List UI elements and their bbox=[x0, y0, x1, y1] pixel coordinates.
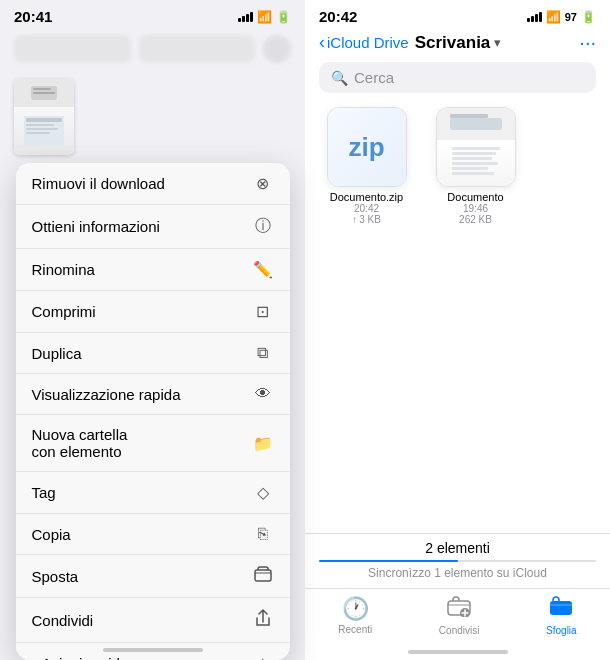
svg-rect-2 bbox=[33, 92, 55, 94]
menu-item-copy[interactable]: Copia ⎘ bbox=[16, 514, 290, 555]
menu-item-info[interactable]: Ottieni informazioni ⓘ bbox=[16, 205, 290, 249]
menu-item-remove-download[interactable]: Rimuovi il download ⊗ bbox=[16, 163, 290, 205]
menu-item-duplicate[interactable]: Duplica ⧉ bbox=[16, 333, 290, 374]
svg-rect-12 bbox=[452, 152, 496, 155]
duplicate-icon: ⧉ bbox=[252, 344, 274, 362]
blurred-tab-2 bbox=[139, 35, 256, 63]
recenti-icon: 🕐 bbox=[342, 596, 369, 622]
svg-rect-6 bbox=[26, 128, 58, 130]
blurred-tab-1 bbox=[14, 35, 131, 63]
menu-item-move-label: Sposta bbox=[32, 568, 79, 585]
svg-rect-1 bbox=[33, 88, 51, 90]
menu-item-share-label: Condividi bbox=[32, 612, 94, 629]
zip-upload-icon: ↑ bbox=[352, 214, 357, 225]
wifi-icon-left: 📶 bbox=[257, 10, 272, 24]
file-item-doc[interactable]: Documento 19:46 262 KB bbox=[428, 107, 523, 225]
menu-item-new-folder[interactable]: Nuova cartellacon elemento 📁 bbox=[16, 415, 290, 472]
doc-icon-header bbox=[437, 108, 515, 140]
signal-bar-r3 bbox=[535, 14, 538, 22]
doc-file-time: 19:46 bbox=[463, 203, 488, 214]
doc-file-size-value: 262 KB bbox=[459, 214, 492, 225]
menu-item-info-label: Ottieni informazioni bbox=[32, 218, 160, 235]
svg-rect-13 bbox=[452, 157, 492, 160]
remove-download-icon: ⊗ bbox=[252, 174, 274, 193]
signal-bar-r2 bbox=[531, 16, 534, 22]
signal-bar-2 bbox=[242, 16, 245, 22]
condivisi-label: Condivisi bbox=[439, 625, 480, 636]
menu-item-compress[interactable]: Comprimi ⊡ bbox=[16, 291, 290, 333]
battery-icon-left: 🔋 bbox=[276, 10, 291, 24]
tab-recenti[interactable]: 🕐 Recenti bbox=[338, 596, 372, 635]
sync-bar-track bbox=[319, 560, 596, 562]
doc-file-size: 262 KB bbox=[459, 214, 492, 225]
doc-thumb-img bbox=[14, 107, 74, 155]
svg-rect-19 bbox=[550, 601, 572, 615]
menu-item-move[interactable]: Sposta bbox=[16, 555, 290, 598]
count-label: 2 elementi bbox=[319, 540, 596, 556]
tab-sfoglia[interactable]: Sfoglia bbox=[546, 595, 577, 636]
menu-item-share[interactable]: Condividi bbox=[16, 598, 290, 643]
quicklook-icon: 👁 bbox=[252, 385, 274, 403]
quick-actions-icon: ✦ bbox=[252, 654, 274, 660]
more-button[interactable]: ··· bbox=[579, 31, 596, 54]
tab-bar: 🕐 Recenti Condivisi bbox=[305, 588, 610, 646]
info-icon: ⓘ bbox=[252, 216, 274, 237]
nav-title-group: Scrivania ▾ bbox=[415, 33, 574, 53]
rename-icon: ✏️ bbox=[252, 260, 274, 279]
sfoglia-icon bbox=[549, 595, 573, 623]
nav-title: Scrivania bbox=[415, 33, 491, 53]
doc-icon-body bbox=[437, 140, 515, 186]
time-right: 20:42 bbox=[319, 8, 357, 25]
recenti-label: Recenti bbox=[338, 624, 372, 635]
zip-file-time: 20:42 bbox=[354, 203, 379, 214]
blurred-btn bbox=[263, 35, 291, 63]
share-icon bbox=[252, 609, 274, 631]
tag-icon: ◇ bbox=[252, 483, 274, 502]
menu-item-remove-download-label: Rimuovi il download bbox=[32, 175, 165, 192]
menu-item-rename[interactable]: Rinomina ✏️ bbox=[16, 249, 290, 291]
svg-rect-8 bbox=[255, 570, 271, 581]
bottom-bar: 2 elementi Sincronìzzo 1 elemento su iCl… bbox=[305, 533, 610, 588]
tab-condivisi[interactable]: Condivisi bbox=[439, 595, 480, 636]
status-bar-left: 20:41 📶 🔋 bbox=[0, 0, 305, 29]
expand-chevron-icon: › bbox=[32, 657, 36, 661]
signal-bar-3 bbox=[246, 14, 249, 22]
home-indicator-left bbox=[103, 648, 203, 652]
menu-item-quick-actions-label: Azioni rapide bbox=[42, 655, 129, 660]
menu-item-tag-label: Tag bbox=[32, 484, 56, 501]
svg-rect-4 bbox=[26, 118, 62, 122]
doc-thumb-header bbox=[14, 79, 74, 107]
zip-file-size-value: 3 KB bbox=[359, 214, 381, 225]
menu-item-duplicate-label: Duplica bbox=[32, 345, 82, 362]
search-icon: 🔍 bbox=[331, 70, 348, 86]
sync-label: Sincronìzzo 1 elemento su iCloud bbox=[319, 566, 596, 580]
doc-thumb-svg bbox=[29, 84, 59, 102]
menu-item-quicklook[interactable]: Visualizzazione rapida 👁 bbox=[16, 374, 290, 415]
context-menu: Rimuovi il download ⊗ Ottieni informazio… bbox=[16, 163, 290, 660]
svg-rect-7 bbox=[26, 132, 50, 134]
back-button[interactable]: ‹ iCloud Drive bbox=[319, 32, 409, 53]
signal-bar-4 bbox=[250, 12, 253, 22]
right-panel: 20:42 📶 97 🔋 ‹ iCloud Drive Scrivania ▾ … bbox=[305, 0, 610, 660]
home-indicator-right bbox=[408, 650, 508, 654]
signal-bar-1 bbox=[238, 18, 241, 22]
condivisi-icon bbox=[447, 595, 471, 623]
signal-bar-r1 bbox=[527, 18, 530, 22]
blurred-header bbox=[0, 29, 305, 69]
battery-icon-right: 🔋 bbox=[581, 10, 596, 24]
svg-rect-11 bbox=[452, 147, 500, 150]
wifi-icon-right: 📶 bbox=[546, 10, 561, 24]
back-chevron-icon: ‹ bbox=[319, 32, 325, 53]
svg-rect-5 bbox=[26, 124, 54, 126]
back-label: iCloud Drive bbox=[327, 34, 409, 51]
svg-rect-10 bbox=[450, 114, 488, 118]
menu-item-rename-label: Rinomina bbox=[32, 261, 95, 278]
file-item-zip[interactable]: zip Documento.zip 20:42 ↑ 3 KB bbox=[319, 107, 414, 225]
files-grid: zip Documento.zip 20:42 ↑ 3 KB bbox=[305, 103, 610, 533]
signal-bars-right bbox=[527, 12, 542, 22]
doc-file-icon bbox=[436, 107, 516, 187]
status-icons-left: 📶 🔋 bbox=[238, 10, 291, 24]
search-bar[interactable]: 🔍 Cerca bbox=[319, 62, 596, 93]
menu-item-tag[interactable]: Tag ◇ bbox=[16, 472, 290, 514]
svg-rect-14 bbox=[452, 162, 498, 165]
